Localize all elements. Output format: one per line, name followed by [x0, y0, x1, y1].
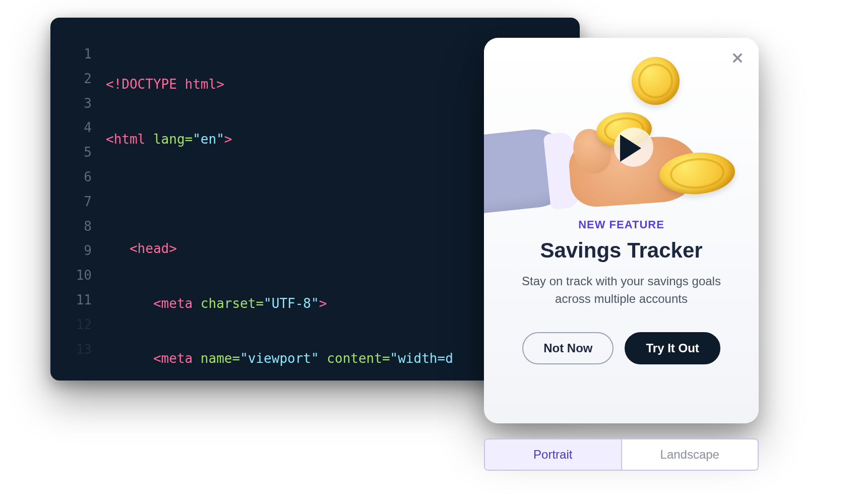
hero-illustration — [484, 43, 759, 214]
line-number: 4 — [84, 115, 92, 140]
line-number: 9 — [84, 238, 92, 263]
line-number: 8 — [84, 214, 92, 239]
try-it-out-button[interactable]: Try It Out — [625, 332, 720, 364]
line-number: 7 — [84, 190, 92, 214]
line-number: 12 — [76, 312, 92, 337]
modal-actions: Not Now Try It Out — [522, 332, 720, 364]
line-number: 5 — [84, 140, 92, 165]
landscape-tab[interactable]: Landscape — [622, 439, 758, 470]
modal-description: Stay on track with your savings goals ac… — [484, 273, 759, 308]
play-icon[interactable] — [620, 135, 641, 162]
line-number-gutter: 1 2 3 4 5 6 7 8 9 10 11 12 13 — [50, 18, 106, 381]
modal-title: Savings Tracker — [540, 238, 702, 263]
portrait-tab[interactable]: Portrait — [485, 439, 622, 470]
line-number: 13 — [76, 337, 92, 362]
line-number: 3 — [84, 91, 92, 116]
line-number: 10 — [76, 263, 92, 288]
line-number: 6 — [84, 165, 92, 190]
line-number: 11 — [76, 288, 92, 312]
line-number: 2 — [84, 67, 92, 91]
line-number: 1 — [84, 42, 92, 67]
eyebrow-label: NEW FEATURE — [578, 218, 664, 231]
not-now-button[interactable]: Not Now — [522, 332, 614, 364]
orientation-toggle: Portrait Landscape — [484, 438, 759, 471]
coin-icon — [632, 57, 680, 105]
preview-modal: NEW FEATURE Savings Tracker Stay on trac… — [484, 38, 759, 423]
